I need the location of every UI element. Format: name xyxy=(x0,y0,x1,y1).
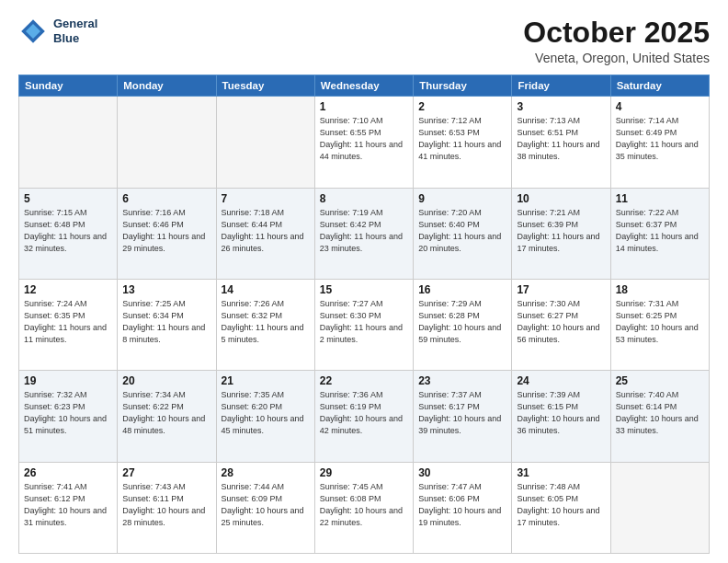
day-number: 29 xyxy=(320,466,408,479)
day-info: Sunrise: 7:15 AM Sunset: 6:48 PM Dayligh… xyxy=(24,207,112,255)
day-number: 30 xyxy=(418,466,506,479)
table-row: 9Sunrise: 7:20 AM Sunset: 6:40 PM Daylig… xyxy=(414,188,512,279)
day-info: Sunrise: 7:39 AM Sunset: 6:15 PM Dayligh… xyxy=(517,389,605,437)
day-info: Sunrise: 7:20 AM Sunset: 6:40 PM Dayligh… xyxy=(418,207,506,255)
day-info: Sunrise: 7:45 AM Sunset: 6:08 PM Dayligh… xyxy=(320,481,408,529)
day-info: Sunrise: 7:26 AM Sunset: 6:32 PM Dayligh… xyxy=(222,298,310,346)
table-row: 16Sunrise: 7:29 AM Sunset: 6:28 PM Dayli… xyxy=(414,279,512,370)
title-block: October 2025 Veneta, Oregon, United Stat… xyxy=(523,17,710,65)
day-info: Sunrise: 7:32 AM Sunset: 6:23 PM Dayligh… xyxy=(24,389,112,437)
table-row: 7Sunrise: 7:18 AM Sunset: 6:44 PM Daylig… xyxy=(216,188,314,279)
day-info: Sunrise: 7:47 AM Sunset: 6:06 PM Dayligh… xyxy=(418,481,506,529)
calendar-week-row: 12Sunrise: 7:24 AM Sunset: 6:35 PM Dayli… xyxy=(19,279,710,370)
table-row: 11Sunrise: 7:22 AM Sunset: 6:37 PM Dayli… xyxy=(610,188,709,279)
table-row: 15Sunrise: 7:27 AM Sunset: 6:30 PM Dayli… xyxy=(314,279,413,370)
day-number: 1 xyxy=(320,100,408,113)
logo-text: General Blue xyxy=(53,17,97,45)
calendar-week-row: 1Sunrise: 7:10 AM Sunset: 6:55 PM Daylig… xyxy=(19,97,710,188)
day-number: 21 xyxy=(222,374,310,387)
calendar-week-row: 5Sunrise: 7:15 AM Sunset: 6:48 PM Daylig… xyxy=(19,188,710,279)
day-info: Sunrise: 7:18 AM Sunset: 6:44 PM Dayligh… xyxy=(222,207,310,255)
day-number: 13 xyxy=(122,283,210,296)
day-info: Sunrise: 7:14 AM Sunset: 6:49 PM Dayligh… xyxy=(616,115,704,163)
day-number: 26 xyxy=(24,466,112,479)
table-row: 20Sunrise: 7:34 AM Sunset: 6:22 PM Dayli… xyxy=(118,371,216,462)
logo: General Blue xyxy=(18,17,97,46)
table-row xyxy=(118,97,216,188)
day-info: Sunrise: 7:40 AM Sunset: 6:14 PM Dayligh… xyxy=(616,389,704,437)
day-number: 8 xyxy=(320,192,408,205)
table-row: 2Sunrise: 7:12 AM Sunset: 6:53 PM Daylig… xyxy=(414,97,512,188)
day-info: Sunrise: 7:35 AM Sunset: 6:20 PM Dayligh… xyxy=(222,389,310,437)
col-friday: Friday xyxy=(512,75,610,97)
day-number: 10 xyxy=(517,192,605,205)
day-info: Sunrise: 7:29 AM Sunset: 6:28 PM Dayligh… xyxy=(418,298,506,346)
table-row: 4Sunrise: 7:14 AM Sunset: 6:49 PM Daylig… xyxy=(610,97,709,188)
table-row: 17Sunrise: 7:30 AM Sunset: 6:27 PM Dayli… xyxy=(512,279,610,370)
table-row: 3Sunrise: 7:13 AM Sunset: 6:51 PM Daylig… xyxy=(512,97,610,188)
table-row: 28Sunrise: 7:44 AM Sunset: 6:09 PM Dayli… xyxy=(216,462,314,553)
day-info: Sunrise: 7:34 AM Sunset: 6:22 PM Dayligh… xyxy=(122,389,210,437)
table-row xyxy=(610,462,709,553)
day-info: Sunrise: 7:21 AM Sunset: 6:39 PM Dayligh… xyxy=(517,207,605,255)
table-row: 19Sunrise: 7:32 AM Sunset: 6:23 PM Dayli… xyxy=(19,371,118,462)
day-info: Sunrise: 7:30 AM Sunset: 6:27 PM Dayligh… xyxy=(517,298,605,346)
day-number: 31 xyxy=(517,466,605,479)
day-info: Sunrise: 7:22 AM Sunset: 6:37 PM Dayligh… xyxy=(616,207,704,255)
day-number: 4 xyxy=(616,100,704,113)
table-row: 21Sunrise: 7:35 AM Sunset: 6:20 PM Dayli… xyxy=(216,371,314,462)
table-row: 22Sunrise: 7:36 AM Sunset: 6:19 PM Dayli… xyxy=(314,371,413,462)
day-number: 5 xyxy=(24,192,112,205)
day-number: 23 xyxy=(418,374,506,387)
table-row: 25Sunrise: 7:40 AM Sunset: 6:14 PM Dayli… xyxy=(610,371,709,462)
table-row: 23Sunrise: 7:37 AM Sunset: 6:17 PM Dayli… xyxy=(414,371,512,462)
table-row: 5Sunrise: 7:15 AM Sunset: 6:48 PM Daylig… xyxy=(19,188,118,279)
table-row: 27Sunrise: 7:43 AM Sunset: 6:11 PM Dayli… xyxy=(118,462,216,553)
day-number: 9 xyxy=(418,192,506,205)
day-number: 12 xyxy=(24,283,112,296)
table-row: 29Sunrise: 7:45 AM Sunset: 6:08 PM Dayli… xyxy=(314,462,413,553)
day-info: Sunrise: 7:10 AM Sunset: 6:55 PM Dayligh… xyxy=(320,115,408,163)
table-row: 24Sunrise: 7:39 AM Sunset: 6:15 PM Dayli… xyxy=(512,371,610,462)
day-number: 7 xyxy=(222,192,310,205)
table-row: 31Sunrise: 7:48 AM Sunset: 6:05 PM Dayli… xyxy=(512,462,610,553)
day-number: 6 xyxy=(122,192,210,205)
day-number: 27 xyxy=(122,466,210,479)
table-row: 30Sunrise: 7:47 AM Sunset: 6:06 PM Dayli… xyxy=(414,462,512,553)
day-info: Sunrise: 7:16 AM Sunset: 6:46 PM Dayligh… xyxy=(122,207,210,255)
table-row: 1Sunrise: 7:10 AM Sunset: 6:55 PM Daylig… xyxy=(314,97,413,188)
day-number: 22 xyxy=(320,374,408,387)
day-info: Sunrise: 7:41 AM Sunset: 6:12 PM Dayligh… xyxy=(24,481,112,529)
day-number: 18 xyxy=(616,283,704,296)
day-info: Sunrise: 7:43 AM Sunset: 6:11 PM Dayligh… xyxy=(122,481,210,529)
day-number: 20 xyxy=(122,374,210,387)
logo-icon xyxy=(18,17,48,46)
table-row: 10Sunrise: 7:21 AM Sunset: 6:39 PM Dayli… xyxy=(512,188,610,279)
day-info: Sunrise: 7:36 AM Sunset: 6:19 PM Dayligh… xyxy=(320,389,408,437)
day-number: 19 xyxy=(24,374,112,387)
day-info: Sunrise: 7:25 AM Sunset: 6:34 PM Dayligh… xyxy=(122,298,210,346)
day-info: Sunrise: 7:48 AM Sunset: 6:05 PM Dayligh… xyxy=(517,481,605,529)
calendar-table: Sunday Monday Tuesday Wednesday Thursday… xyxy=(18,75,710,554)
table-row: 6Sunrise: 7:16 AM Sunset: 6:46 PM Daylig… xyxy=(118,188,216,279)
table-row: 26Sunrise: 7:41 AM Sunset: 6:12 PM Dayli… xyxy=(19,462,118,553)
location: Veneta, Oregon, United States xyxy=(523,51,710,65)
day-number: 24 xyxy=(517,374,605,387)
calendar-week-row: 26Sunrise: 7:41 AM Sunset: 6:12 PM Dayli… xyxy=(19,462,710,553)
day-number: 25 xyxy=(616,374,704,387)
day-number: 2 xyxy=(418,100,506,113)
day-info: Sunrise: 7:24 AM Sunset: 6:35 PM Dayligh… xyxy=(24,298,112,346)
day-info: Sunrise: 7:27 AM Sunset: 6:30 PM Dayligh… xyxy=(320,298,408,346)
table-row: 13Sunrise: 7:25 AM Sunset: 6:34 PM Dayli… xyxy=(118,279,216,370)
day-number: 15 xyxy=(320,283,408,296)
page: General Blue October 2025 Veneta, Oregon… xyxy=(0,0,728,563)
col-monday: Monday xyxy=(118,75,216,97)
col-saturday: Saturday xyxy=(610,75,709,97)
col-wednesday: Wednesday xyxy=(314,75,413,97)
day-info: Sunrise: 7:44 AM Sunset: 6:09 PM Dayligh… xyxy=(222,481,310,529)
day-number: 3 xyxy=(517,100,605,113)
day-info: Sunrise: 7:19 AM Sunset: 6:42 PM Dayligh… xyxy=(320,207,408,255)
day-number: 16 xyxy=(418,283,506,296)
table-row: 14Sunrise: 7:26 AM Sunset: 6:32 PM Dayli… xyxy=(216,279,314,370)
day-number: 11 xyxy=(616,192,704,205)
